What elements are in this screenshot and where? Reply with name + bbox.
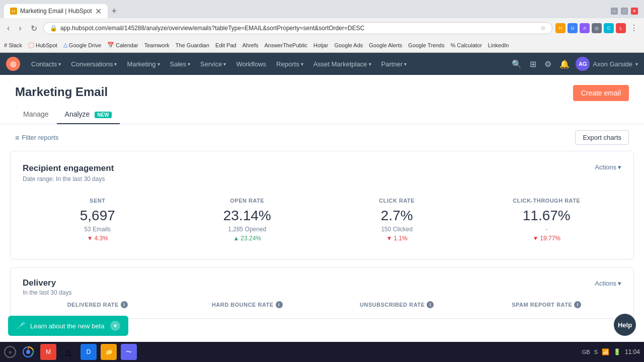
user-avatar: AG bbox=[576, 57, 590, 71]
reload-button[interactable]: ↻ bbox=[28, 23, 40, 34]
spam-report-rate-info-icon[interactable]: i bbox=[574, 301, 581, 308]
delivery-labels: DELIVERED RATE i HARD BOUNCE RATE i UNSU… bbox=[23, 301, 621, 308]
delivered-rate-info-icon[interactable]: i bbox=[121, 301, 128, 308]
stat-sent-sub: 53 Emails bbox=[23, 226, 173, 233]
bookmark-hubspot[interactable]: ◯ HubSpot bbox=[28, 42, 57, 48]
ext-icon-2[interactable]: G bbox=[568, 23, 578, 33]
date-range: Date range: In the last 30 days bbox=[23, 175, 621, 183]
recipient-engagement-actions-button[interactable]: Actions ▾ bbox=[595, 163, 621, 171]
stat-click-rate-value: 2.7% bbox=[322, 208, 472, 224]
ext-icon-5[interactable]: C bbox=[604, 23, 614, 33]
page-header: Marketing Email Create email bbox=[0, 75, 644, 101]
nav-marketing[interactable]: Marketing ▾ bbox=[122, 53, 165, 75]
bookmark-google-ads[interactable]: Google Ads bbox=[334, 42, 363, 48]
stat-open-rate-label: OPEN RATE bbox=[173, 198, 323, 204]
hubspot-logo[interactable]: ◎ bbox=[6, 57, 20, 71]
user-chevron-icon: ▾ bbox=[635, 61, 638, 67]
browser-extensions: H G A ◎ C L ⋮ bbox=[555, 23, 640, 33]
gdrive-icon: △ bbox=[63, 42, 67, 48]
bookmark-calendar[interactable]: 📅 Calendar bbox=[107, 42, 138, 48]
bookmark-teamwork[interactable]: Teamwork bbox=[144, 42, 170, 48]
bookmark-hotjar[interactable]: Hotjar bbox=[313, 42, 328, 48]
delivery-label-1: HARD BOUNCE RATE i bbox=[173, 301, 323, 308]
bookmark-editpad[interactable]: Edit Pad bbox=[215, 42, 236, 48]
nav-sales[interactable]: Sales ▾ bbox=[165, 53, 196, 75]
delivery-label-2: UNSUBSCRIBED RATE i bbox=[322, 301, 472, 308]
hubspot-icon: ◯ bbox=[28, 42, 34, 48]
search-icon[interactable]: 🔍 bbox=[510, 57, 524, 71]
notifications-icon[interactable]: 🔔 bbox=[557, 57, 572, 71]
nav-workflows[interactable]: Workflows bbox=[231, 53, 271, 75]
forward-button[interactable]: › bbox=[16, 23, 24, 34]
bookmark-guardian[interactable]: The Guardian bbox=[176, 42, 209, 48]
ext-icon-1[interactable]: H bbox=[555, 23, 566, 33]
back-button[interactable]: ‹ bbox=[4, 23, 13, 34]
hard-bounce-rate-info-icon[interactable]: i bbox=[276, 301, 283, 308]
bookmark-answerthepublic[interactable]: AnswerThePublic bbox=[264, 42, 307, 48]
address-bar[interactable]: 🔒 app.hubspot.com/email/145288/analyze/o… bbox=[43, 22, 552, 34]
new-tab-button[interactable]: + bbox=[110, 6, 119, 17]
stat-click-rate: CLICK RATE 2.7% 150 Clicked ▼ 1.1% bbox=[322, 193, 472, 247]
create-email-button[interactable]: Create email bbox=[573, 85, 629, 101]
stat-open-rate: OPEN RATE 23.14% 1,285 Opened ▲ 23.24% bbox=[173, 193, 323, 247]
ext-icon-3[interactable]: A bbox=[580, 23, 590, 33]
beta-toast[interactable]: 🧪 Learn about the new beta ▾ bbox=[8, 316, 128, 319]
reports-chevron-icon: ▾ bbox=[301, 61, 303, 67]
delivery-title: Delivery bbox=[23, 278, 56, 288]
delivery-card: Delivery Actions ▾ In the last 30 days D… bbox=[10, 267, 634, 319]
delivery-actions-button[interactable]: Actions ▾ bbox=[595, 280, 621, 287]
nav-contacts[interactable]: Contacts ▾ bbox=[26, 53, 66, 75]
maximize-icon[interactable]: □ bbox=[621, 8, 628, 15]
tab-close-button[interactable]: ✕ bbox=[95, 7, 102, 16]
page-content: Marketing Email Create email Manage Anal… bbox=[0, 75, 644, 319]
recipient-engagement-card: Recipient engagement Actions ▾ Date rang… bbox=[10, 151, 634, 259]
close-window-icon[interactable]: ✕ bbox=[631, 8, 638, 15]
tab-manage[interactable]: Manage bbox=[15, 105, 57, 124]
ext-icon-4[interactable]: ◎ bbox=[592, 23, 602, 33]
analyze-tab-badge: NEW bbox=[95, 112, 111, 118]
bookmark-google-alerts[interactable]: Google Alerts bbox=[369, 42, 402, 48]
nav-conversations[interactable]: Conversations ▾ bbox=[66, 53, 122, 75]
user-name: Axon Garside bbox=[593, 60, 632, 68]
user-menu[interactable]: AG Axon Garside ▾ bbox=[576, 57, 638, 71]
nav-service[interactable]: Service ▾ bbox=[195, 53, 231, 75]
delivery-header: Delivery Actions ▾ bbox=[23, 278, 621, 288]
stat-sent: SENT 5,697 53 Emails ▼ 4.3% bbox=[23, 193, 173, 247]
bookmark-ahrefs[interactable]: Ahrefs bbox=[243, 42, 259, 48]
filter-reports-link[interactable]: ≡ Filter reports bbox=[15, 134, 58, 142]
bookmark-google-trends[interactable]: Google Trends bbox=[408, 42, 444, 48]
click-rate-down-arrow-icon: ▼ bbox=[386, 235, 392, 242]
bookmark-linkedin[interactable]: LinkedIn bbox=[488, 42, 509, 48]
service-chevron-icon: ▾ bbox=[223, 61, 226, 67]
browser-tab-active[interactable]: H Marketing Email | HubSpot ✕ bbox=[4, 4, 108, 18]
stat-sent-value: 5,697 bbox=[23, 208, 173, 224]
stat-open-rate-change: ▲ 23.24% bbox=[173, 235, 323, 242]
nav-asset-marketplace[interactable]: Asset Marketplace ▾ bbox=[308, 53, 376, 75]
bookmark-calculator[interactable]: % Calculator bbox=[450, 42, 481, 48]
delivery-actions-chevron-icon: ▾ bbox=[618, 280, 621, 287]
bookmark-gdrive[interactable]: △ Google Drive bbox=[63, 42, 101, 48]
export-charts-button[interactable]: Export charts bbox=[575, 130, 629, 145]
stat-sent-label: SENT bbox=[23, 198, 173, 204]
nav-actions: 🔍 ⊞ ⚙ 🔔 AG Axon Garside ▾ bbox=[510, 57, 638, 71]
nav-partner[interactable]: Partner ▾ bbox=[376, 53, 412, 75]
unsubscribed-rate-info-icon[interactable]: i bbox=[427, 301, 434, 308]
more-extensions-button[interactable]: ⋮ bbox=[628, 23, 640, 33]
ext-icon-6[interactable]: L bbox=[616, 23, 626, 33]
stat-click-through-rate-change: ▼ 19.77% bbox=[472, 235, 622, 242]
stat-click-through-rate-value: 11.67% bbox=[472, 208, 622, 224]
marketing-chevron-icon: ▾ bbox=[157, 61, 160, 67]
minimize-icon[interactable]: ─ bbox=[611, 8, 618, 15]
bookmark-slack[interactable]: # Slack bbox=[4, 42, 22, 48]
contacts-chevron-icon: ▾ bbox=[58, 61, 61, 67]
tab-analyze[interactable]: Analyze NEW bbox=[57, 105, 120, 124]
lock-icon: 🔒 bbox=[50, 25, 57, 32]
tab-bar: H Marketing Email | HubSpot ✕ + ─ □ ✕ bbox=[0, 0, 644, 18]
settings-icon[interactable]: ⚙ bbox=[542, 57, 553, 71]
bookmark-star-icon[interactable]: ☆ bbox=[540, 25, 546, 32]
marketplace-icon[interactable]: ⊞ bbox=[528, 57, 538, 71]
filter-icon: ≡ bbox=[15, 134, 19, 142]
nav-reports[interactable]: Reports ▾ bbox=[271, 53, 308, 75]
page-title: Marketing Email bbox=[15, 85, 108, 99]
card-title: Recipient engagement bbox=[23, 163, 114, 173]
